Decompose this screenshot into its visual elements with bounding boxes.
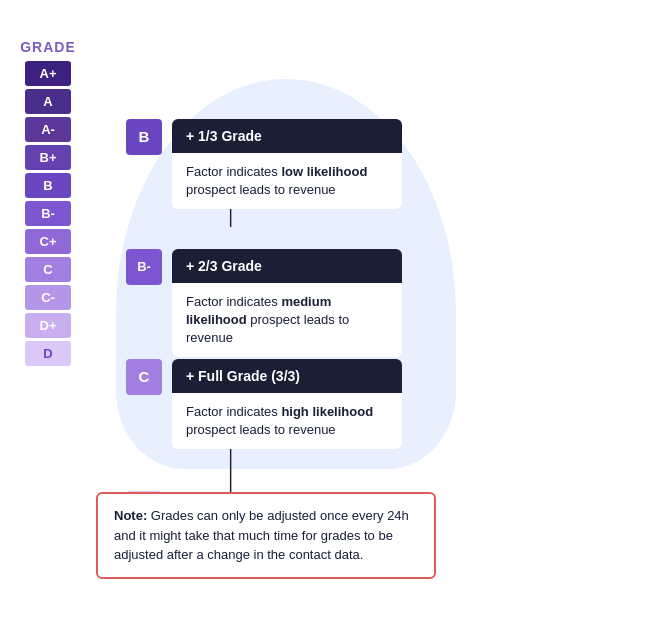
card-b-desc-strong: low likelihood (281, 164, 367, 179)
badge-c: C (126, 359, 162, 395)
grade-a-minus: A- (25, 117, 71, 142)
card-c-header: + Full Grade (3/3) (172, 359, 402, 393)
grade-c-minus: C- (25, 285, 71, 310)
card-c-desc-suffix: prospect leads to revenue (186, 422, 336, 437)
card-c-title: + Full Grade (3/3) (186, 368, 300, 384)
note-text: Grades can only be adjusted once every 2… (114, 508, 409, 562)
card-c-desc-strong: high likelihood (281, 404, 373, 419)
card-b-minus-header: + 2/3 Grade (172, 249, 402, 283)
grade-c: C (25, 257, 71, 282)
main-container: GRADE A+ A A- B+ B B- C+ C C- D+ D (0, 19, 663, 599)
card-b-desc-suffix: prospect leads to revenue (186, 182, 336, 197)
card-c: + Full Grade (3/3) Factor indicates high… (172, 359, 402, 449)
badge-b-minus: B- (126, 249, 162, 285)
card-b-minus-desc: Factor indicates medium likelihood prosp… (172, 283, 402, 358)
card-c-desc: Factor indicates high likelihood prospec… (172, 393, 402, 449)
grade-d: D (25, 341, 71, 366)
card-b-minus-title: + 2/3 Grade (186, 258, 262, 274)
grade-column: GRADE A+ A A- B+ B B- C+ C C- D+ D (20, 39, 76, 579)
card-b-title: + 1/3 Grade (186, 128, 262, 144)
grade-b: B (25, 173, 71, 198)
badge-b: B (126, 119, 162, 155)
card-b: + 1/3 Grade Factor indicates low likelih… (172, 119, 402, 209)
note-box: Note: Grades can only be adjusted once e… (96, 492, 436, 579)
grade-a-plus: A+ (25, 61, 71, 86)
grade-title: GRADE (20, 39, 76, 55)
grade-b-minus: B- (25, 201, 71, 226)
step-b: B + 1/3 Grade Factor indicates low likel… (126, 119, 402, 209)
grade-a: A (25, 89, 71, 114)
card-b-desc-prefix: Factor indicates (186, 164, 281, 179)
diagram-area: B + 1/3 Grade Factor indicates low likel… (96, 39, 643, 579)
note-label: Note: (114, 508, 147, 523)
card-b-minus: + 2/3 Grade Factor indicates medium like… (172, 249, 402, 358)
card-b-header: + 1/3 Grade (172, 119, 402, 153)
step-b-minus: B- + 2/3 Grade Factor indicates medium l… (126, 249, 402, 358)
card-c-desc-prefix: Factor indicates (186, 404, 281, 419)
grade-c-plus: C+ (25, 229, 71, 254)
step-c: C + Full Grade (3/3) Factor indicates hi… (126, 359, 402, 449)
grade-b-plus: B+ (25, 145, 71, 170)
grade-d-plus: D+ (25, 313, 71, 338)
card-b-desc: Factor indicates low likelihood prospect… (172, 153, 402, 209)
card-b-minus-desc-prefix: Factor indicates (186, 294, 281, 309)
